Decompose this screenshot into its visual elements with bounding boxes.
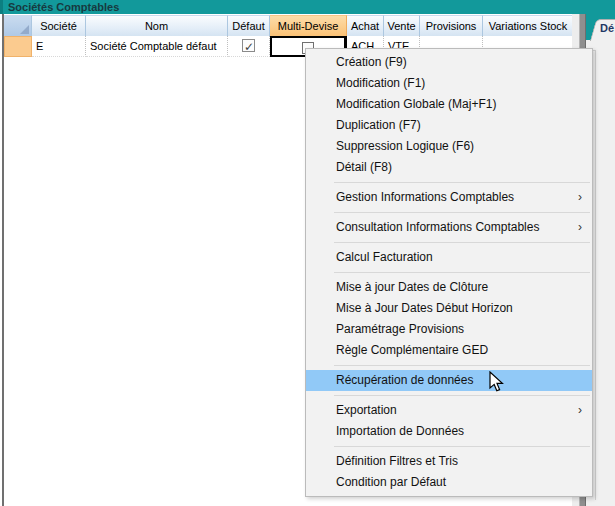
context-menu: Création (F9) Modification (F1) Modifica… xyxy=(305,48,593,497)
submenu-arrow-icon: › xyxy=(578,400,582,421)
menu-separator xyxy=(334,365,590,366)
select-all-corner-cell[interactable] xyxy=(4,15,32,36)
menu-separator xyxy=(334,182,590,183)
menu-separator xyxy=(334,212,590,213)
cell-defaut[interactable] xyxy=(228,36,270,57)
menu-item-duplication[interactable]: Duplication (F7) xyxy=(306,115,592,136)
menu-item-suppression-logique[interactable]: Suppression Logique (F6) xyxy=(306,136,592,157)
menu-item-modification-globale[interactable]: Modification Globale (Maj+F1) xyxy=(306,94,592,115)
menu-separator xyxy=(334,395,590,396)
menu-item-definition-filtres-et-tris[interactable]: Définition Filtres et Tris xyxy=(306,451,592,472)
submenu-arrow-icon: › xyxy=(578,187,582,208)
menu-item-exportation[interactable]: Exportation › xyxy=(306,400,592,421)
app-window: Sociétés Comptables Société Nom Défaut M… xyxy=(0,0,615,506)
menu-item-mise-a-jour-dates-horizon[interactable]: Mise à Jour Dates Début Horizon xyxy=(306,298,592,319)
menu-item-parametrage-provisions[interactable]: Paramétrage Provisions xyxy=(306,319,592,340)
defaut-checkbox[interactable] xyxy=(242,39,255,52)
menu-item-label: Exportation xyxy=(336,403,397,417)
mouse-cursor-icon xyxy=(489,371,504,393)
menu-separator xyxy=(334,272,590,273)
menu-separator xyxy=(334,242,590,243)
column-header-achat[interactable]: Achat xyxy=(347,15,384,36)
window-title-bar: Sociétés Comptables xyxy=(0,0,615,14)
menu-item-detail[interactable]: Détail (F8) xyxy=(306,157,592,178)
column-header-variations-stock[interactable]: Variations Stock xyxy=(483,15,574,36)
menu-item-consultation-informations-comptables[interactable]: Consultation Informations Comptables › xyxy=(306,217,592,238)
groupbox-border-left xyxy=(595,50,596,500)
column-header-multi-devise[interactable]: Multi-Devise xyxy=(270,15,347,36)
menu-item-label: Gestion Informations Comptables xyxy=(336,190,514,204)
column-header-vente[interactable]: Vente xyxy=(384,15,420,36)
menu-separator xyxy=(334,446,590,447)
menu-item-modification[interactable]: Modification (F1) xyxy=(306,73,592,94)
cell-societe[interactable]: E xyxy=(32,36,86,57)
submenu-arrow-icon: › xyxy=(578,217,582,238)
corner-triangle-icon xyxy=(20,25,29,34)
menu-item-recuperation-de-donnees[interactable]: Récupération de données xyxy=(306,370,592,391)
column-header-societe[interactable]: Société xyxy=(32,15,86,36)
menu-item-importation-de-donnees[interactable]: Importation de Données xyxy=(306,421,592,442)
menu-item-gestion-informations-comptables[interactable]: Gestion Informations Comptables › xyxy=(306,187,592,208)
column-header-provisions[interactable]: Provisions xyxy=(420,15,483,36)
table-header-row: Société Nom Défaut Multi-Devise Achat Ve… xyxy=(4,15,574,36)
detail-tab-label[interactable]: Dé xyxy=(600,22,614,34)
row-selector-cell[interactable] xyxy=(4,36,32,57)
titlebar-left-edge xyxy=(0,0,3,14)
menu-item-creation[interactable]: Création (F9) xyxy=(306,52,592,73)
menu-item-regle-complementaire-ged[interactable]: Règle Complémentaire GED xyxy=(306,340,592,361)
menu-item-condition-par-defaut[interactable]: Condition par Défaut xyxy=(306,472,592,493)
column-header-defaut[interactable]: Défaut xyxy=(228,15,270,36)
window-title: Sociétés Comptables xyxy=(8,0,119,14)
menu-item-label: Consultation Informations Comptables xyxy=(336,220,539,234)
menu-item-calcul-facturation[interactable]: Calcul Facturation xyxy=(306,247,592,268)
column-header-nom[interactable]: Nom xyxy=(86,15,228,36)
cell-nom[interactable]: Société Comptable défaut xyxy=(86,36,228,57)
menu-item-mise-a-jour-dates-cloture[interactable]: Mise à jour Dates de Clôture xyxy=(306,277,592,298)
